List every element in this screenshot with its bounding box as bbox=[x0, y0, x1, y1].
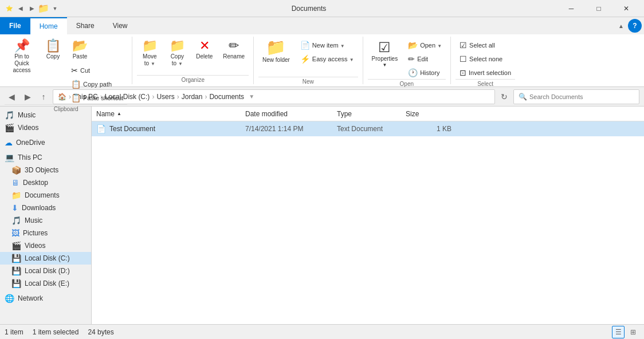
path-users[interactable]: Users bbox=[156, 93, 174, 101]
tab-view[interactable]: View bbox=[104, 17, 137, 34]
copy-button[interactable]: 📋 Copy bbox=[41, 37, 65, 63]
sidebar-item-thispc[interactable]: 💻 This PC bbox=[0, 151, 91, 164]
path-jordan[interactable]: Jordan bbox=[182, 93, 203, 101]
move-to-button[interactable]: 📁 Moveto ▼ bbox=[137, 37, 162, 70]
3dobjects-icon: 📦 bbox=[11, 165, 21, 175]
open-button[interactable]: 📂 Open ▼ bbox=[404, 39, 446, 52]
copy-icon: 📋 bbox=[45, 40, 61, 52]
paste-button[interactable]: 📂 Paste bbox=[67, 37, 93, 63]
ribbon-tabs: File Home Share View ▲ ? bbox=[0, 17, 644, 34]
sidebar-label-videos2: Videos bbox=[25, 242, 45, 250]
properties-icon: ☑ bbox=[378, 40, 391, 56]
select-all-label: Select all bbox=[469, 42, 495, 49]
help-button[interactable]: ? bbox=[628, 19, 642, 33]
pin-quick-access-button[interactable]: 📌 Pin to Quick access bbox=[5, 37, 39, 77]
window-controls: ─ □ ✕ bbox=[558, 0, 639, 17]
documents-icon: 📁 bbox=[11, 191, 21, 200]
cut-button[interactable]: ✂ Cut bbox=[67, 64, 94, 77]
tab-file[interactable]: File bbox=[0, 17, 30, 34]
easy-access-button[interactable]: ⚡ Easy access ▼ bbox=[296, 53, 358, 65]
sidebar-item-downloads[interactable]: ⬇ Downloads bbox=[0, 202, 91, 214]
invert-selection-button[interactable]: ⊡ Invert selection bbox=[455, 66, 515, 79]
downloads-icon: ⬇ bbox=[11, 203, 18, 212]
view-details-button[interactable]: ☰ bbox=[612, 326, 625, 338]
refresh-button[interactable]: ↻ bbox=[497, 90, 511, 104]
cut-icon: ✂ bbox=[71, 66, 78, 75]
minimize-button[interactable]: ─ bbox=[558, 0, 584, 17]
select-none-button[interactable]: ☐ Select none bbox=[455, 53, 506, 65]
copy-to-button[interactable]: 📁 Copyto ▼ bbox=[164, 37, 190, 70]
delete-button[interactable]: ✕ Delete bbox=[192, 37, 217, 63]
forward-icon-title[interactable]: ▶ bbox=[28, 4, 37, 13]
copy-path-label: Copy path bbox=[83, 81, 112, 88]
easy-access-label: Easy access ▼ bbox=[312, 56, 354, 62]
new-small-buttons: 📄 New item ▼ ⚡ Easy access ▼ bbox=[296, 37, 358, 65]
delete-label: Delete bbox=[196, 53, 213, 60]
select-all-button[interactable]: ☑ Select all bbox=[455, 39, 499, 52]
window-title: Documents bbox=[60, 5, 558, 13]
edit-button[interactable]: ✏ Edit bbox=[404, 53, 446, 65]
videos-icon: 🎬 bbox=[5, 123, 14, 132]
new-item-button[interactable]: 📄 New item ▼ bbox=[296, 39, 358, 52]
sidebar-label-documents: Documents bbox=[25, 191, 60, 199]
file-name-cell: 📄 Test Document bbox=[96, 124, 245, 133]
status-selected-info: 1 item selected bbox=[33, 328, 79, 336]
back-icon-title[interactable]: ◀ bbox=[16, 4, 25, 13]
rename-button[interactable]: ✏ Rename bbox=[219, 37, 249, 63]
ribbon-collapse-button[interactable]: ▲ bbox=[614, 19, 628, 33]
music2-icon: 🎵 bbox=[11, 216, 21, 225]
open-small-buttons: 📂 Open ▼ ✏ Edit 🕐 History bbox=[404, 37, 446, 79]
sidebar-item-network[interactable]: 🌐 Network bbox=[0, 292, 91, 305]
quick-access-icon[interactable]: ⭐ bbox=[5, 4, 14, 13]
sidebar-item-desktop[interactable]: 🖥 Desktop bbox=[0, 176, 91, 189]
search-icon: 🔍 bbox=[519, 93, 527, 101]
localdiskd-icon: 💾 bbox=[11, 266, 21, 275]
dropdown-icon-title[interactable]: ▼ bbox=[50, 4, 60, 13]
new-group: 📁 New folder 📄 New item ▼ ⚡ Easy access … bbox=[254, 37, 363, 84]
table-row[interactable]: 📄 Test Document 7/14/2021 1:14 PM Text D… bbox=[92, 121, 644, 136]
column-date[interactable]: Date modified bbox=[245, 110, 337, 118]
sidebar: 🎵 Music 🎬 Videos ☁ OneDrive 💻 This PC 📦 … bbox=[0, 107, 92, 324]
new-folder-button[interactable]: 📁 New folder bbox=[258, 37, 294, 77]
sidebar-item-onedrive[interactable]: ☁ OneDrive bbox=[0, 136, 91, 149]
copy-path-button[interactable]: 📋 Copy path bbox=[67, 78, 116, 90]
sidebar-item-documents[interactable]: 📁 Documents bbox=[0, 189, 91, 202]
sidebar-item-localdiske[interactable]: 💾 Local Disk (E:) bbox=[0, 277, 91, 290]
pictures-icon: 🖼 bbox=[11, 228, 19, 238]
copy-path-icon: 📋 bbox=[71, 80, 81, 89]
search-box[interactable]: 🔍 bbox=[513, 89, 639, 104]
maximize-button[interactable]: □ bbox=[586, 0, 612, 17]
column-size[interactable]: Size bbox=[406, 110, 451, 118]
paste-shortcut-icon: 📋 bbox=[71, 93, 81, 103]
view-large-icons-button[interactable]: ⊞ bbox=[627, 326, 639, 338]
sidebar-item-localdiskd[interactable]: 💾 Local Disk (D:) bbox=[0, 265, 91, 277]
sidebar-item-localdiskc[interactable]: 💾 Local Disk (C:) bbox=[0, 252, 91, 265]
title-bar: ⭐ ◀ ▶ 📁 ▼ Documents ─ □ ✕ bbox=[0, 0, 644, 17]
file-size: 1 KB bbox=[406, 125, 451, 133]
delete-icon: ✕ bbox=[199, 40, 210, 52]
path-documents[interactable]: Documents bbox=[209, 93, 244, 101]
history-button[interactable]: 🕐 History bbox=[404, 66, 446, 79]
localdiskc-icon: 💾 bbox=[11, 254, 21, 263]
file-list: Name ▲ Date modified Type Size 📄 Test Do… bbox=[92, 107, 644, 324]
copy-label: Copy bbox=[46, 53, 60, 60]
clipboard-label: Clipboard bbox=[5, 104, 127, 113]
path-dropdown-arrow[interactable]: ▼ bbox=[249, 93, 254, 100]
tab-home[interactable]: Home bbox=[30, 17, 67, 34]
properties-label: Properties bbox=[372, 56, 398, 62]
videos2-icon: 🎬 bbox=[11, 241, 21, 250]
sidebar-item-videos[interactable]: 🎬 Videos bbox=[0, 121, 91, 134]
tab-share[interactable]: Share bbox=[67, 17, 104, 34]
properties-button[interactable]: ☑ Properties ▼ bbox=[368, 37, 402, 77]
move-to-label: Moveto ▼ bbox=[143, 53, 156, 67]
sidebar-item-videos2[interactable]: 🎬 Videos bbox=[0, 239, 91, 252]
sidebar-item-music2[interactable]: 🎵 Music bbox=[0, 214, 91, 227]
open-label: Open ▼ bbox=[420, 42, 442, 49]
close-button[interactable]: ✕ bbox=[613, 0, 639, 17]
sidebar-item-pictures[interactable]: 🖼 Pictures bbox=[0, 227, 91, 239]
search-input[interactable] bbox=[529, 93, 634, 100]
open-label: Open bbox=[368, 79, 446, 88]
sidebar-item-3dobjects[interactable]: 📦 3D Objects bbox=[0, 164, 91, 176]
paste-shortcut-button[interactable]: 📋 Paste shortcut bbox=[67, 92, 127, 104]
column-type[interactable]: Type bbox=[337, 110, 406, 118]
